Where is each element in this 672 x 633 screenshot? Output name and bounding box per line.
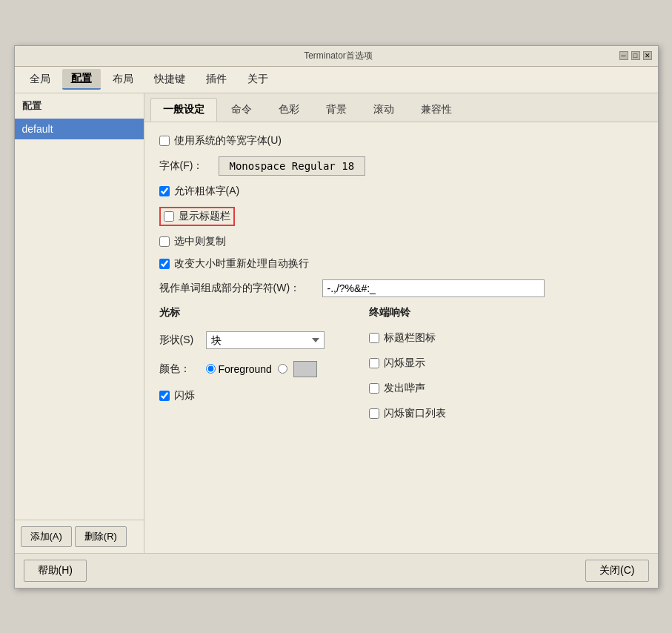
foreground-label: Foreground bbox=[219, 363, 272, 375]
rewrap-row: 改变大小时重新处理自动换行 bbox=[159, 257, 643, 271]
bell-flash-row: 闪烁显示 bbox=[369, 357, 643, 370]
bell-window-checkbox-label[interactable]: 闪烁窗口列表 bbox=[369, 407, 446, 420]
tab-general[interactable]: 一般设定 bbox=[150, 98, 217, 122]
bell-window-label: 闪烁窗口列表 bbox=[384, 407, 446, 420]
bell-titlebar-label: 标题栏图标 bbox=[384, 331, 436, 345]
cursor-blink-label: 闪烁 bbox=[174, 389, 195, 402]
bell-sound-row: 发出哔声 bbox=[369, 382, 643, 395]
allow-bold-checkbox-label[interactable]: 允许粗体字(A) bbox=[159, 185, 240, 198]
sidebar: 配置 default 添加(A) 删除(R) bbox=[15, 93, 144, 553]
foreground-radio-label[interactable]: Foreground bbox=[206, 363, 272, 375]
use-system-font-checkbox-label[interactable]: 使用系统的等宽字体(U) bbox=[159, 134, 282, 148]
bottom-bar: 帮助(H) 关闭(C) bbox=[15, 553, 658, 588]
custom-color-radio-label[interactable] bbox=[278, 364, 287, 374]
content-area: 配置 default 添加(A) 删除(R) 一般设定 命令 色彩 背景 滚动 … bbox=[15, 93, 658, 553]
tab-bar: 一般设定 命令 色彩 背景 滚动 兼容性 bbox=[144, 93, 658, 122]
word-chars-label: 视作单词组成部分的字符(W)： bbox=[159, 282, 322, 295]
bell-sound-checkbox-label[interactable]: 发出哔声 bbox=[369, 382, 425, 395]
tab-scroll[interactable]: 滚动 bbox=[361, 98, 407, 122]
menu-item-config[interactable]: 配置 bbox=[62, 69, 101, 90]
use-system-font-label: 使用系统的等宽字体(U) bbox=[174, 134, 282, 148]
menu-item-plugins[interactable]: 插件 bbox=[197, 70, 236, 89]
bell-section-title: 终端响铃 bbox=[369, 306, 643, 319]
cursor-shape-select[interactable]: 块 bbox=[206, 331, 325, 349]
show-titlebar-highlight: 显示标题栏 bbox=[159, 207, 235, 226]
tab-command[interactable]: 命令 bbox=[219, 98, 265, 122]
add-config-button[interactable]: 添加(A) bbox=[21, 526, 72, 547]
rewrap-label: 改变大小时重新处理自动换行 bbox=[174, 257, 309, 271]
two-col-section: 光标 形状(S) 块 颜色： For bbox=[159, 306, 643, 426]
help-button[interactable]: 帮助(H) bbox=[24, 560, 87, 582]
use-system-font-row: 使用系统的等宽字体(U) bbox=[159, 134, 643, 148]
close-window-button[interactable]: ✕ bbox=[643, 51, 652, 60]
font-row: 字体(F)： Monospace Regular 18 bbox=[159, 156, 643, 176]
settings-area: 使用系统的等宽字体(U) 字体(F)： Monospace Regular 18… bbox=[144, 122, 658, 553]
bell-sound-label: 发出哔声 bbox=[384, 382, 425, 395]
minimize-button[interactable]: ─ bbox=[619, 51, 628, 60]
bell-window-row: 闪烁窗口列表 bbox=[369, 407, 643, 420]
show-titlebar-checkbox[interactable] bbox=[164, 211, 174, 222]
cursor-color-label: 颜色： bbox=[159, 362, 200, 376]
select-copy-checkbox-label[interactable]: 选中则复制 bbox=[159, 235, 226, 248]
bell-titlebar-checkbox[interactable] bbox=[369, 333, 379, 343]
use-system-font-checkbox[interactable] bbox=[159, 136, 170, 146]
tab-background[interactable]: 背景 bbox=[313, 98, 359, 122]
bell-flash-label: 闪烁显示 bbox=[384, 357, 425, 370]
allow-bold-row: 允许粗体字(A) bbox=[159, 185, 643, 198]
font-label: 字体(F)： bbox=[159, 159, 219, 173]
tab-compat[interactable]: 兼容性 bbox=[408, 98, 465, 122]
show-titlebar-checkbox-label[interactable]: 显示标题栏 bbox=[164, 210, 230, 223]
menu-item-about[interactable]: 关于 bbox=[239, 70, 277, 89]
delete-config-button[interactable]: 删除(R) bbox=[75, 526, 127, 547]
word-chars-row: 视作单词组成部分的字符(W)： -.,/?%&#:_ bbox=[159, 279, 643, 297]
sidebar-actions: 添加(A) 删除(R) bbox=[15, 520, 144, 553]
cursor-blink-checkbox-label[interactable]: 闪烁 bbox=[159, 389, 195, 402]
titlebar: Terminator首选项 ─ □ ✕ bbox=[15, 46, 658, 67]
font-selector-button[interactable]: Monospace Regular 18 bbox=[219, 156, 366, 176]
cursor-blink-row: 闪烁 bbox=[159, 389, 325, 402]
cursor-color-radio-group: Foreground bbox=[206, 361, 317, 377]
menu-bar: 全局 配置 布局 快捷键 插件 关于 bbox=[15, 67, 658, 93]
cursor-section: 光标 形状(S) 块 颜色： For bbox=[159, 306, 325, 426]
select-copy-checkbox[interactable] bbox=[159, 236, 170, 247]
bell-section: 终端响铃 标题栏图标 闪烁显示 bbox=[369, 306, 643, 426]
cursor-color-row: 颜色： Foreground bbox=[159, 361, 325, 377]
close-button[interactable]: 关闭(C) bbox=[585, 560, 648, 582]
cursor-section-title: 光标 bbox=[159, 306, 325, 319]
select-copy-row: 选中则复制 bbox=[159, 235, 643, 248]
cursor-shape-label: 形状(S) bbox=[159, 334, 200, 347]
allow-bold-label: 允许粗体字(A) bbox=[174, 185, 240, 198]
sidebar-item-default[interactable]: default bbox=[15, 119, 144, 139]
show-titlebar-row: 显示标题栏 bbox=[159, 207, 643, 226]
select-copy-label: 选中则复制 bbox=[174, 235, 226, 248]
bell-titlebar-checkbox-label[interactable]: 标题栏图标 bbox=[369, 331, 436, 345]
bell-flash-checkbox[interactable] bbox=[369, 358, 379, 368]
maximize-button[interactable]: □ bbox=[631, 51, 640, 60]
word-chars-input[interactable]: -.,/?%&#:_ bbox=[322, 279, 545, 297]
window-title: Terminator首选项 bbox=[58, 50, 619, 62]
cursor-color-swatch[interactable] bbox=[293, 361, 317, 377]
cursor-blink-checkbox[interactable] bbox=[159, 391, 170, 401]
bell-titlebar-row: 标题栏图标 bbox=[369, 331, 643, 345]
rewrap-checkbox-label[interactable]: 改变大小时重新处理自动换行 bbox=[159, 257, 309, 271]
main-window: Terminator首选项 ─ □ ✕ 全局 配置 布局 快捷键 插件 关于 配… bbox=[14, 45, 659, 589]
rewrap-checkbox[interactable] bbox=[159, 259, 170, 269]
foreground-radio[interactable] bbox=[206, 364, 216, 374]
main-panel: 一般设定 命令 色彩 背景 滚动 兼容性 使用系统的等宽字体(U) bbox=[144, 93, 658, 553]
cursor-shape-row: 形状(S) 块 bbox=[159, 331, 325, 349]
menu-item-layout[interactable]: 布局 bbox=[104, 70, 142, 89]
bell-sound-checkbox[interactable] bbox=[369, 383, 379, 394]
menu-item-shortcuts[interactable]: 快捷键 bbox=[145, 70, 194, 89]
menu-item-global[interactable]: 全局 bbox=[21, 70, 59, 89]
custom-color-radio[interactable] bbox=[278, 364, 287, 374]
titlebar-buttons: ─ □ ✕ bbox=[619, 51, 652, 60]
show-titlebar-label: 显示标题栏 bbox=[179, 210, 230, 223]
sidebar-header: 配置 bbox=[15, 93, 144, 119]
bell-flash-checkbox-label[interactable]: 闪烁显示 bbox=[369, 357, 425, 370]
allow-bold-checkbox[interactable] bbox=[159, 186, 170, 196]
bell-window-checkbox[interactable] bbox=[369, 408, 379, 419]
tab-colors[interactable]: 色彩 bbox=[266, 98, 312, 122]
